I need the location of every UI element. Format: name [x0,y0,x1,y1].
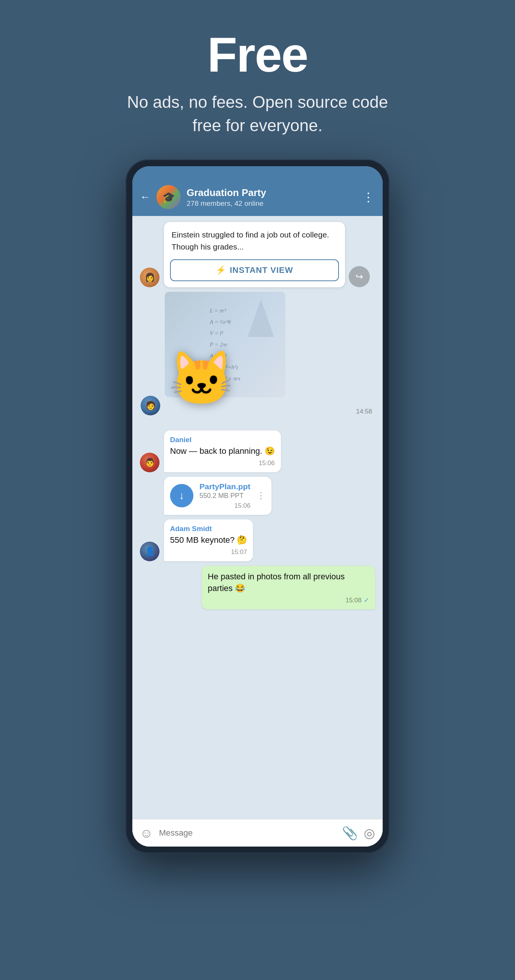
sticker-container: L = πr² A = ½r²θ V = l³ P = 2πr A = πr² … [165,292,285,397]
message-input[interactable] [159,828,336,838]
file-info: PartyPlan.ppt 550.2 MB PPT 15:06 [199,482,250,510]
read-check: ✓ [364,596,369,604]
group-avatar: 🎓 [156,185,180,209]
text-bubble: Daniel Now — back to planning. 😉 15:06 [164,430,281,472]
message-row: 👤 Adam Smidt 550 MB keynote? 🤔 15:07 [140,519,375,561]
file-size: 550.2 MB PPT [199,492,250,500]
message-time: 15:06 [258,460,275,467]
bolt-icon: ⚡ [216,266,226,275]
cone-shape [248,299,274,337]
message-row: 👩 Einstein struggled to find a job out o… [140,222,375,287]
bubble-text: Now — back to planning. 😉 [170,445,275,457]
file-name: PartyPlan.ppt [199,482,250,491]
input-bar: ☺ 📎 ◎ [132,819,383,846]
bubble-text: He pasted in photos from all previous pa… [208,571,369,594]
phone-outer: ← 🎓 Graduation Party 278 members, 42 onl… [126,159,389,853]
hero-section: Free No ads, no fees. Open source code f… [110,0,405,159]
attach-button[interactable]: 📎 [342,826,358,840]
download-button[interactable]: ↓ [170,484,193,508]
bubble-sender: Daniel [170,436,275,444]
members-info: 278 members, 42 online [187,199,356,208]
chat-body: 👩 Einstein struggled to find a job out o… [132,216,383,819]
more-button[interactable]: ⋮ [362,190,375,204]
group-name: Graduation Party [187,187,356,199]
bubble-footer: 15:06 [199,502,250,510]
cat-sticker: 🐱 [169,352,234,405]
emoji-button[interactable]: ☺ [140,826,153,840]
bubble-footer: 15:08 ✓ [208,596,369,604]
camera-button[interactable]: ◎ [364,826,375,840]
instant-view-button[interactable]: ⚡ INSTANT VIEW [170,259,339,281]
status-bar [132,166,383,180]
back-button[interactable]: ← [140,191,150,203]
message-time: 15:08 [345,597,362,604]
phone-wrapper: ← 🎓 Graduation Party 278 members, 42 onl… [114,159,401,980]
article-text: Einstein struggled to find a job out of … [164,222,345,258]
instant-view-label: INSTANT VIEW [230,266,293,275]
hero-subtitle: No ads, no fees. Open source code free f… [126,91,389,137]
avatar: 👩 [140,267,159,287]
bubble-footer: 15:07 [170,549,247,556]
sticker-time: 14:58 [165,408,375,415]
avatar: 🧑 [140,396,160,415]
header-info: Graduation Party 278 members, 42 online [187,187,356,208]
message-row: ↓ PartyPlan.ppt 550.2 MB PPT 15:06 ⋮ [140,477,375,515]
hero-title: Free [126,30,389,79]
file-bubble: ↓ PartyPlan.ppt 550.2 MB PPT 15:06 ⋮ [164,477,271,515]
own-bubble: He pasted in photos from all previous pa… [202,566,375,610]
bubble-footer: 15:06 [170,460,275,467]
avatar: 👨 [140,453,159,472]
message-time: 15:06 [234,502,251,510]
message-row: 👨 Daniel Now — back to planning. 😉 15:06 [140,430,375,472]
phone-screen: ← 🎓 Graduation Party 278 members, 42 onl… [132,166,383,846]
chat-header: ← 🎓 Graduation Party 278 members, 42 onl… [132,180,383,216]
avatar: 👤 [140,542,159,561]
text-bubble: Adam Smidt 550 MB keynote? 🤔 15:07 [164,519,253,561]
article-message-group: Einstein struggled to find a job out of … [164,222,370,287]
article-card: Einstein struggled to find a job out of … [164,222,345,287]
forward-button[interactable]: ↪ [349,266,370,287]
message-time: 15:07 [231,549,247,556]
own-message-row: He pasted in photos from all previous pa… [140,566,375,610]
file-more-button[interactable]: ⋮ [257,490,265,501]
sticker-row: 🧑 L = πr² A = ½r²θ V = l³ P = 2πr A = πr… [165,292,375,415]
input-right-icons: 📎 ◎ [342,826,375,840]
bubble-sender: Adam Smidt [170,525,247,533]
bubble-text: 550 MB keynote? 🤔 [170,535,247,546]
